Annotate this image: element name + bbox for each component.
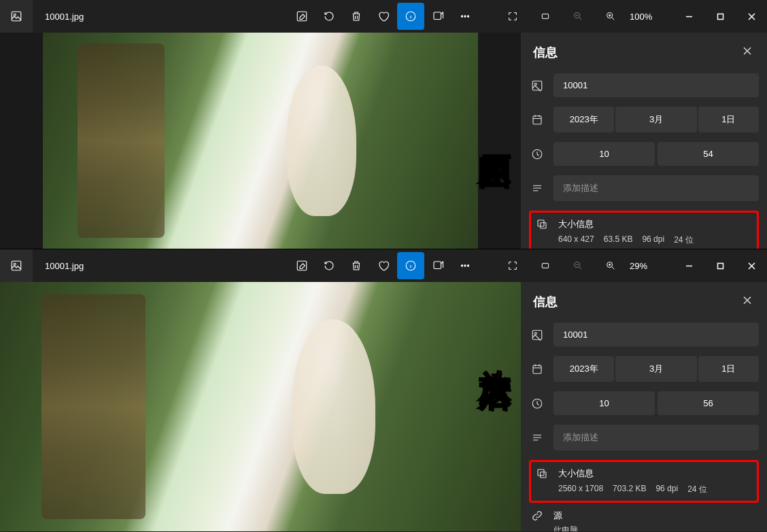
delete-button[interactable] (343, 252, 370, 279)
titlebar: 10001.jpg 100% (0, 0, 767, 33)
zoom-out-button[interactable] (564, 3, 592, 30)
svg-rect-8 (542, 14, 548, 19)
dimensions: 2560 x 1708 (558, 484, 603, 495)
delete-button[interactable] (343, 3, 370, 30)
description-field[interactable]: 添加描述 (553, 175, 759, 201)
size-icon (534, 218, 550, 230)
description-field[interactable]: 添加描述 (553, 425, 759, 450)
bit-depth: 24 位 (687, 484, 707, 495)
window-controls (673, 255, 767, 277)
info-button[interactable] (397, 3, 424, 30)
size-details: 640 x 427 63.5 KB 96 dpi 24 位 (558, 234, 754, 246)
fit-button[interactable] (532, 3, 559, 30)
toolbar (288, 3, 479, 30)
svg-rect-29 (717, 263, 723, 268)
viewer-panel-enlarged: 10001.jpg 29% (0, 249, 767, 531)
description-icon (529, 182, 545, 194)
svg-rect-16 (538, 220, 544, 226)
svg-point-6 (464, 16, 466, 17)
image-viewport[interactable] (0, 282, 521, 531)
svg-rect-22 (434, 262, 441, 269)
minute-field[interactable]: 56 (658, 391, 759, 415)
month-field[interactable]: 3月 (615, 356, 696, 382)
svg-point-7 (467, 16, 468, 17)
source-label: 源 (553, 510, 759, 522)
info-panel-title: 信息 (533, 44, 558, 60)
minimize-button[interactable] (673, 5, 704, 27)
zoom-in-button[interactable] (597, 3, 624, 30)
more-button[interactable] (451, 252, 479, 279)
fit-button[interactable] (532, 252, 559, 279)
annotation-enlarged: 放大后 (475, 344, 514, 353)
year-field[interactable]: 2023年 (553, 107, 614, 132)
year-field[interactable]: 2023年 (553, 356, 614, 382)
svg-point-19 (14, 263, 16, 265)
bit-depth: 24 位 (674, 234, 694, 246)
share-button[interactable] (424, 3, 451, 30)
favorite-button[interactable] (370, 3, 397, 30)
date-fields: 2023年 3月 1日 (553, 356, 759, 382)
size-title: 大小信息 (558, 218, 754, 230)
fullscreen-button[interactable] (499, 3, 526, 30)
zoom-out-button[interactable] (564, 252, 592, 279)
svg-rect-4 (434, 12, 441, 20)
filename: 10001.jpg (45, 261, 84, 271)
toolbar (288, 252, 479, 279)
size-icon (534, 467, 550, 480)
minimize-button[interactable] (673, 255, 704, 277)
share-button[interactable] (424, 252, 451, 279)
maximize-button[interactable] (704, 255, 736, 277)
info-panel-title: 信息 (533, 294, 558, 310)
svg-rect-0 (12, 12, 21, 21)
svg-rect-14 (533, 116, 541, 124)
info-button[interactable] (397, 252, 424, 279)
day-field[interactable]: 1日 (698, 356, 759, 382)
zoom-in-button[interactable] (597, 252, 624, 279)
dpi: 96 dpi (642, 234, 664, 246)
rotate-button[interactable] (316, 3, 343, 30)
name-field[interactable]: 10001 (553, 323, 759, 347)
window-controls (673, 5, 767, 27)
photo (0, 282, 521, 531)
maximize-button[interactable] (704, 5, 736, 27)
zoom-controls: 29% (499, 252, 657, 279)
hour-field[interactable]: 10 (553, 391, 655, 415)
svg-point-13 (534, 83, 536, 85)
app-icon (0, 249, 33, 282)
filesize: 703.2 KB (613, 484, 646, 495)
calendar-icon (529, 363, 545, 375)
right-controls: 29% (499, 252, 767, 279)
main-area: 放大后 信息 10001 2023年 3月 1日 (0, 282, 767, 531)
rotate-button[interactable] (316, 252, 343, 279)
source-section: 源 此电脑 (529, 510, 759, 531)
svg-point-5 (461, 16, 462, 17)
minute-field[interactable]: 54 (658, 142, 759, 166)
image-viewport[interactable] (0, 33, 521, 249)
edit-button[interactable] (288, 252, 316, 279)
more-button[interactable] (451, 3, 479, 30)
time-fields: 10 56 (553, 391, 759, 415)
close-button[interactable] (736, 255, 767, 277)
svg-point-1 (14, 14, 16, 16)
favorite-button[interactable] (370, 252, 397, 279)
month-field[interactable]: 3月 (615, 107, 696, 132)
time-fields: 10 54 (553, 142, 759, 166)
right-controls: 100% (499, 3, 767, 30)
clock-icon (529, 148, 545, 160)
day-field[interactable]: 1日 (698, 107, 759, 132)
edit-button[interactable] (288, 3, 316, 30)
close-info-button[interactable] (740, 43, 755, 61)
name-field[interactable]: 10001 (553, 73, 759, 97)
link-icon (529, 510, 545, 522)
svg-rect-18 (12, 261, 21, 270)
fullscreen-button[interactable] (499, 252, 526, 279)
hour-field[interactable]: 10 (553, 142, 655, 166)
date-fields: 2023年 3月 1日 (553, 107, 759, 132)
zoom-controls: 100% (499, 3, 657, 30)
calendar-icon (529, 113, 545, 126)
svg-point-24 (464, 265, 466, 266)
info-panel: 信息 10001 2023年 3月 1日 10 (521, 33, 767, 249)
close-button[interactable] (736, 5, 767, 27)
close-info-button[interactable] (740, 293, 755, 311)
filename: 10001.jpg (45, 12, 84, 22)
